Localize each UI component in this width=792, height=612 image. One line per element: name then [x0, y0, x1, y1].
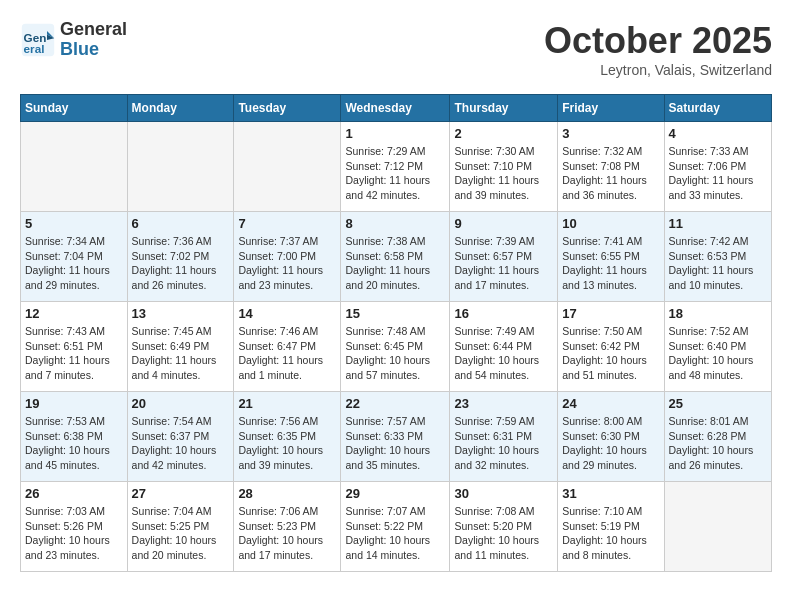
day-info: Sunrise: 7:07 AM Sunset: 5:22 PM Dayligh…: [345, 504, 445, 563]
day-info: Sunrise: 7:38 AM Sunset: 6:58 PM Dayligh…: [345, 234, 445, 293]
day-number: 4: [669, 126, 767, 141]
day-number: 28: [238, 486, 336, 501]
calendar-cell: [21, 122, 128, 212]
day-number: 18: [669, 306, 767, 321]
day-info: Sunrise: 7:36 AM Sunset: 7:02 PM Dayligh…: [132, 234, 230, 293]
calendar-cell: 27Sunrise: 7:04 AM Sunset: 5:25 PM Dayli…: [127, 482, 234, 572]
day-number: 3: [562, 126, 659, 141]
calendar-cell: 11Sunrise: 7:42 AM Sunset: 6:53 PM Dayli…: [664, 212, 771, 302]
day-info: Sunrise: 7:45 AM Sunset: 6:49 PM Dayligh…: [132, 324, 230, 383]
day-info: Sunrise: 7:04 AM Sunset: 5:25 PM Dayligh…: [132, 504, 230, 563]
calendar-cell: 24Sunrise: 8:00 AM Sunset: 6:30 PM Dayli…: [558, 392, 664, 482]
calendar-cell: 25Sunrise: 8:01 AM Sunset: 6:28 PM Dayli…: [664, 392, 771, 482]
day-info: Sunrise: 8:01 AM Sunset: 6:28 PM Dayligh…: [669, 414, 767, 473]
calendar-cell: 23Sunrise: 7:59 AM Sunset: 6:31 PM Dayli…: [450, 392, 558, 482]
logo-line2: Blue: [60, 40, 127, 60]
day-info: Sunrise: 7:37 AM Sunset: 7:00 PM Dayligh…: [238, 234, 336, 293]
day-number: 27: [132, 486, 230, 501]
day-info: Sunrise: 7:49 AM Sunset: 6:44 PM Dayligh…: [454, 324, 553, 383]
day-info: Sunrise: 8:00 AM Sunset: 6:30 PM Dayligh…: [562, 414, 659, 473]
day-info: Sunrise: 7:46 AM Sunset: 6:47 PM Dayligh…: [238, 324, 336, 383]
calendar-cell: 13Sunrise: 7:45 AM Sunset: 6:49 PM Dayli…: [127, 302, 234, 392]
calendar-cell: [234, 122, 341, 212]
calendar-cell: 6Sunrise: 7:36 AM Sunset: 7:02 PM Daylig…: [127, 212, 234, 302]
day-info: Sunrise: 7:42 AM Sunset: 6:53 PM Dayligh…: [669, 234, 767, 293]
calendar-cell: 2Sunrise: 7:30 AM Sunset: 7:10 PM Daylig…: [450, 122, 558, 212]
calendar-week-row: 12Sunrise: 7:43 AM Sunset: 6:51 PM Dayli…: [21, 302, 772, 392]
logo-icon: Gen eral: [20, 22, 56, 58]
logo-text: General Blue: [60, 20, 127, 60]
day-info: Sunrise: 7:32 AM Sunset: 7:08 PM Dayligh…: [562, 144, 659, 203]
logo-line1: General: [60, 20, 127, 40]
location: Leytron, Valais, Switzerland: [544, 62, 772, 78]
calendar-cell: 8Sunrise: 7:38 AM Sunset: 6:58 PM Daylig…: [341, 212, 450, 302]
day-number: 16: [454, 306, 553, 321]
day-number: 15: [345, 306, 445, 321]
calendar-week-row: 26Sunrise: 7:03 AM Sunset: 5:26 PM Dayli…: [21, 482, 772, 572]
day-number: 9: [454, 216, 553, 231]
weekday-header: Sunday: [21, 95, 128, 122]
calendar-cell: 15Sunrise: 7:48 AM Sunset: 6:45 PM Dayli…: [341, 302, 450, 392]
day-info: Sunrise: 7:34 AM Sunset: 7:04 PM Dayligh…: [25, 234, 123, 293]
svg-text:eral: eral: [24, 41, 45, 54]
day-number: 19: [25, 396, 123, 411]
day-number: 17: [562, 306, 659, 321]
calendar-cell: 17Sunrise: 7:50 AM Sunset: 6:42 PM Dayli…: [558, 302, 664, 392]
day-info: Sunrise: 7:56 AM Sunset: 6:35 PM Dayligh…: [238, 414, 336, 473]
weekday-header: Wednesday: [341, 95, 450, 122]
day-number: 20: [132, 396, 230, 411]
page-header: Gen eral General Blue October 2025 Leytr…: [20, 20, 772, 78]
calendar-cell: 9Sunrise: 7:39 AM Sunset: 6:57 PM Daylig…: [450, 212, 558, 302]
day-number: 31: [562, 486, 659, 501]
day-info: Sunrise: 7:48 AM Sunset: 6:45 PM Dayligh…: [345, 324, 445, 383]
calendar-cell: 4Sunrise: 7:33 AM Sunset: 7:06 PM Daylig…: [664, 122, 771, 212]
weekday-header-row: SundayMondayTuesdayWednesdayThursdayFrid…: [21, 95, 772, 122]
calendar-week-row: 19Sunrise: 7:53 AM Sunset: 6:38 PM Dayli…: [21, 392, 772, 482]
weekday-header: Friday: [558, 95, 664, 122]
weekday-header: Monday: [127, 95, 234, 122]
calendar-cell: 20Sunrise: 7:54 AM Sunset: 6:37 PM Dayli…: [127, 392, 234, 482]
day-info: Sunrise: 7:53 AM Sunset: 6:38 PM Dayligh…: [25, 414, 123, 473]
calendar-cell: 14Sunrise: 7:46 AM Sunset: 6:47 PM Dayli…: [234, 302, 341, 392]
day-info: Sunrise: 7:39 AM Sunset: 6:57 PM Dayligh…: [454, 234, 553, 293]
day-number: 25: [669, 396, 767, 411]
day-number: 2: [454, 126, 553, 141]
day-number: 24: [562, 396, 659, 411]
day-info: Sunrise: 7:54 AM Sunset: 6:37 PM Dayligh…: [132, 414, 230, 473]
day-number: 6: [132, 216, 230, 231]
calendar-cell: 22Sunrise: 7:57 AM Sunset: 6:33 PM Dayli…: [341, 392, 450, 482]
day-number: 23: [454, 396, 553, 411]
day-number: 11: [669, 216, 767, 231]
calendar-cell: 18Sunrise: 7:52 AM Sunset: 6:40 PM Dayli…: [664, 302, 771, 392]
calendar-cell: [664, 482, 771, 572]
day-number: 10: [562, 216, 659, 231]
calendar-cell: 29Sunrise: 7:07 AM Sunset: 5:22 PM Dayli…: [341, 482, 450, 572]
calendar-cell: 12Sunrise: 7:43 AM Sunset: 6:51 PM Dayli…: [21, 302, 128, 392]
day-info: Sunrise: 7:57 AM Sunset: 6:33 PM Dayligh…: [345, 414, 445, 473]
weekday-header: Saturday: [664, 95, 771, 122]
calendar-week-row: 1Sunrise: 7:29 AM Sunset: 7:12 PM Daylig…: [21, 122, 772, 212]
logo: Gen eral General Blue: [20, 20, 127, 60]
day-number: 21: [238, 396, 336, 411]
day-number: 26: [25, 486, 123, 501]
calendar-cell: 31Sunrise: 7:10 AM Sunset: 5:19 PM Dayli…: [558, 482, 664, 572]
day-info: Sunrise: 7:59 AM Sunset: 6:31 PM Dayligh…: [454, 414, 553, 473]
day-number: 22: [345, 396, 445, 411]
day-info: Sunrise: 7:29 AM Sunset: 7:12 PM Dayligh…: [345, 144, 445, 203]
day-info: Sunrise: 7:03 AM Sunset: 5:26 PM Dayligh…: [25, 504, 123, 563]
calendar-cell: 10Sunrise: 7:41 AM Sunset: 6:55 PM Dayli…: [558, 212, 664, 302]
day-info: Sunrise: 7:43 AM Sunset: 6:51 PM Dayligh…: [25, 324, 123, 383]
calendar-week-row: 5Sunrise: 7:34 AM Sunset: 7:04 PM Daylig…: [21, 212, 772, 302]
calendar-cell: 28Sunrise: 7:06 AM Sunset: 5:23 PM Dayli…: [234, 482, 341, 572]
day-number: 8: [345, 216, 445, 231]
calendar-cell: 26Sunrise: 7:03 AM Sunset: 5:26 PM Dayli…: [21, 482, 128, 572]
calendar-cell: 21Sunrise: 7:56 AM Sunset: 6:35 PM Dayli…: [234, 392, 341, 482]
weekday-header: Tuesday: [234, 95, 341, 122]
calendar: SundayMondayTuesdayWednesdayThursdayFrid…: [20, 94, 772, 572]
day-number: 5: [25, 216, 123, 231]
day-number: 30: [454, 486, 553, 501]
day-info: Sunrise: 7:52 AM Sunset: 6:40 PM Dayligh…: [669, 324, 767, 383]
day-info: Sunrise: 7:08 AM Sunset: 5:20 PM Dayligh…: [454, 504, 553, 563]
weekday-header: Thursday: [450, 95, 558, 122]
month-title: October 2025: [544, 20, 772, 62]
